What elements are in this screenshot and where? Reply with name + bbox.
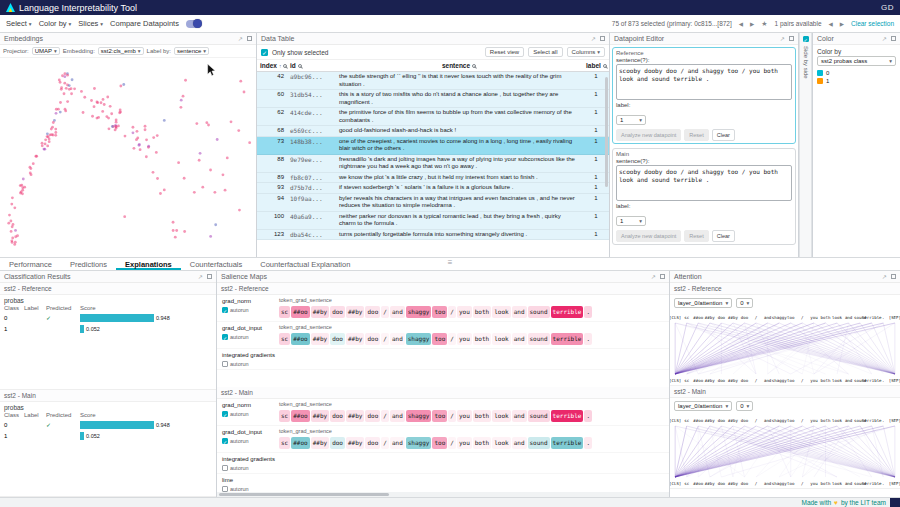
scatter-point[interactable] bbox=[163, 188, 166, 191]
scatter-point[interactable] bbox=[111, 125, 114, 128]
scatter-point[interactable] bbox=[123, 215, 126, 218]
salience-token[interactable]: shaggy bbox=[406, 333, 432, 345]
popout-icon[interactable]: ↗ bbox=[591, 35, 596, 42]
scatter-point[interactable] bbox=[83, 96, 86, 99]
sentence-textarea[interactable]: scooby dooby doo / and shaggy too / you … bbox=[616, 64, 792, 100]
scatter-point[interactable] bbox=[58, 79, 61, 82]
scatter-point[interactable] bbox=[59, 111, 62, 114]
salience-token[interactable]: / bbox=[448, 437, 456, 449]
sentence-textarea[interactable]: scooby dooby doo / and shaggy too / you … bbox=[616, 165, 792, 201]
scatter-point[interactable] bbox=[80, 90, 83, 93]
search-icon[interactable] bbox=[472, 64, 476, 68]
scatter-point[interactable] bbox=[152, 171, 155, 174]
scatter-point[interactable] bbox=[182, 95, 185, 98]
autorun-checkbox[interactable]: ✓ bbox=[222, 307, 228, 313]
scatter-point[interactable] bbox=[100, 101, 103, 104]
scatter-point[interactable] bbox=[177, 161, 180, 164]
scatter-point[interactable] bbox=[43, 148, 46, 151]
autorun-control[interactable]: ✓autorun bbox=[222, 411, 277, 417]
scatter-point[interactable] bbox=[9, 220, 12, 223]
popout-icon[interactable]: ↗ bbox=[238, 35, 243, 42]
salience-token[interactable]: you bbox=[457, 410, 472, 422]
autorun-control[interactable]: autorun bbox=[222, 465, 277, 471]
salience-token[interactable]: ##by bbox=[311, 410, 329, 422]
salience-token[interactable]: shaggy bbox=[406, 437, 432, 449]
label-select[interactable]: 1▾ bbox=[616, 115, 646, 125]
salience-token[interactable]: you bbox=[457, 306, 472, 318]
scatter-point[interactable] bbox=[10, 203, 13, 206]
salience-token[interactable]: look bbox=[492, 333, 510, 345]
table-row[interactable]: 123dba54c...turns potentially forgettabl… bbox=[257, 230, 609, 241]
scatter-point[interactable] bbox=[66, 74, 69, 77]
scatter-point[interactable] bbox=[52, 121, 55, 124]
color-by-menu[interactable]: Color by▾ bbox=[39, 19, 72, 28]
salience-token[interactable]: doo bbox=[365, 306, 380, 318]
scatter-point[interactable] bbox=[209, 169, 212, 172]
scatter-point[interactable] bbox=[115, 121, 118, 124]
scatter-point[interactable] bbox=[105, 115, 108, 118]
maximize-icon[interactable] bbox=[600, 36, 605, 41]
column-header-index[interactable]: index↑ bbox=[257, 61, 287, 70]
scatter-point[interactable] bbox=[46, 132, 49, 135]
scatter-point[interactable] bbox=[73, 87, 76, 90]
scatter-point[interactable] bbox=[103, 103, 106, 106]
search-icon[interactable] bbox=[603, 64, 607, 68]
attention-head-select[interactable]: 0▾ bbox=[736, 298, 753, 308]
autorun-checkbox[interactable]: ✓ bbox=[222, 334, 228, 340]
next-pair-icon[interactable]: ▶ bbox=[840, 21, 844, 27]
maximize-icon[interactable] bbox=[660, 274, 665, 279]
salience-token[interactable]: too bbox=[432, 333, 447, 345]
autorun-control[interactable]: ✓autorun bbox=[222, 307, 277, 313]
projector-select[interactable]: UMAP▾ bbox=[32, 47, 60, 55]
autorun-checkbox[interactable] bbox=[222, 361, 228, 367]
scatter-point[interactable] bbox=[122, 83, 125, 86]
salience-token[interactable]: . bbox=[584, 306, 592, 318]
salience-token[interactable]: you bbox=[457, 333, 472, 345]
salience-token[interactable]: doo bbox=[330, 306, 345, 318]
scatter-point[interactable] bbox=[93, 87, 96, 90]
salience-token[interactable]: sc bbox=[279, 437, 290, 449]
salience-token[interactable]: doo bbox=[365, 333, 380, 345]
salience-token[interactable]: doo bbox=[330, 333, 345, 345]
salience-token[interactable]: look bbox=[492, 306, 510, 318]
salience-token[interactable]: sound bbox=[528, 437, 550, 449]
embeddings-scatter[interactable] bbox=[0, 58, 256, 257]
scatter-point[interactable] bbox=[96, 117, 99, 120]
search-icon[interactable] bbox=[298, 64, 302, 68]
columns-button[interactable]: Columns▾ bbox=[567, 47, 605, 57]
table-row[interactable]: 6031db54...this is a story of two misfit… bbox=[257, 90, 609, 108]
scatter-point[interactable] bbox=[8, 214, 11, 217]
slices-menu[interactable]: Slices▾ bbox=[78, 19, 103, 28]
salience-token[interactable]: too bbox=[432, 306, 447, 318]
prev-pair-icon[interactable]: ◀ bbox=[829, 21, 833, 27]
scatter-point[interactable] bbox=[183, 177, 186, 180]
salience-token[interactable]: . bbox=[584, 333, 592, 345]
scatter-point[interactable] bbox=[91, 115, 94, 118]
scatter-point[interactable] bbox=[11, 196, 14, 199]
table-row[interactable]: 42a9bc96...the subtle strength of `` ell… bbox=[257, 72, 609, 90]
scatter-point[interactable] bbox=[172, 229, 175, 232]
table-row[interactable]: 889e79ee...fresnadillo 's dark and jolti… bbox=[257, 155, 609, 173]
reset-button[interactable]: Reset bbox=[684, 129, 708, 141]
scatter-point[interactable] bbox=[156, 134, 159, 137]
salience-token[interactable]: terrible bbox=[551, 410, 584, 422]
salience-token[interactable]: ##oo bbox=[291, 333, 309, 345]
scatter-point[interactable] bbox=[183, 230, 186, 233]
scatter-point[interactable] bbox=[102, 98, 105, 101]
salience-token[interactable]: both bbox=[473, 437, 491, 449]
tab-explanations[interactable]: Explanations bbox=[116, 258, 181, 270]
scatter-point[interactable] bbox=[230, 120, 233, 123]
salience-token[interactable]: / bbox=[448, 333, 456, 345]
scatter-point[interactable] bbox=[50, 128, 53, 131]
scatter-point[interactable] bbox=[243, 91, 246, 94]
table-row[interactable]: 89fb8c07...we know the plot 's a little … bbox=[257, 173, 609, 184]
scatter-point[interactable] bbox=[109, 105, 112, 108]
scatter-point[interactable] bbox=[60, 86, 63, 89]
salience-token[interactable]: . bbox=[584, 410, 592, 422]
scatter-point[interactable] bbox=[180, 106, 183, 109]
compare-datapoints-toggle[interactable] bbox=[186, 20, 202, 28]
scatter-point[interactable] bbox=[155, 151, 158, 154]
autorun-checkbox[interactable] bbox=[222, 465, 228, 471]
salience-token[interactable]: terrible bbox=[551, 437, 584, 449]
scatter-point[interactable] bbox=[144, 125, 147, 128]
